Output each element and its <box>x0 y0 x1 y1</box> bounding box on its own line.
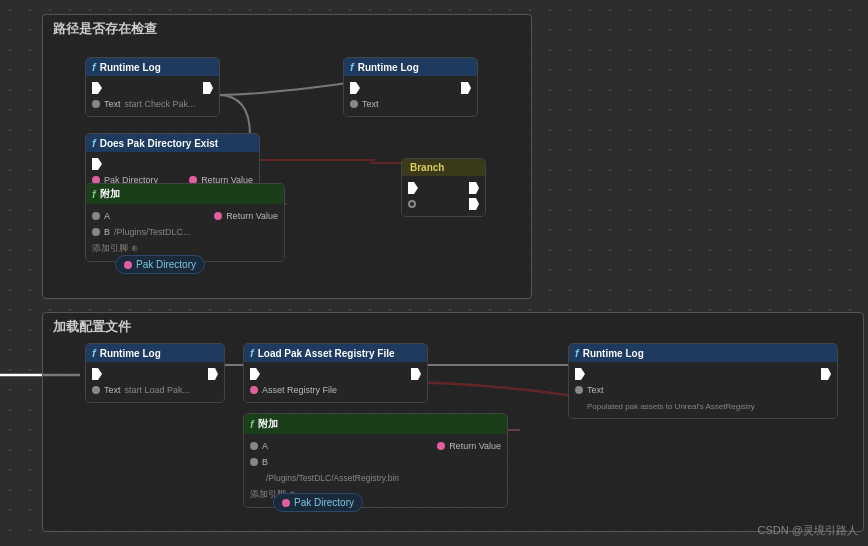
node-lpa-header: f Load Pak Asset Registry File <box>244 344 427 362</box>
branch-exec-in[interactable] <box>408 182 418 194</box>
node-append-2-title: 附加 <box>258 417 278 431</box>
node-append-2-header: f 附加 <box>244 414 507 434</box>
node-runtime-log-2: f Runtime Log Text <box>343 57 478 117</box>
var-pin-2[interactable] <box>282 499 290 507</box>
f-icon-1: f <box>92 61 96 73</box>
node-append-1: f 附加 A Return Value B /Plugins/TestDLC..… <box>85 183 285 262</box>
brl1-exec-in[interactable] <box>92 368 102 380</box>
pin-exec-row-3 <box>86 156 259 172</box>
a-pin[interactable] <box>92 212 100 220</box>
node-append-1-title: 附加 <box>100 187 120 201</box>
branch-header: Branch <box>402 159 485 176</box>
pin-exec-brl2 <box>569 366 837 382</box>
brl1-text-pin[interactable] <box>92 386 100 394</box>
lpa-exec-in[interactable] <box>250 368 260 380</box>
node-runtime-log-1-body: Text start Check Pak... <box>86 76 219 116</box>
branch-false[interactable] <box>469 198 479 210</box>
node-runtime-log-1-header: f Runtime Log <box>86 58 219 76</box>
f-icon-6: f <box>250 347 254 359</box>
brl2-text-pin[interactable] <box>575 386 583 394</box>
node-append-1-header: f 附加 <box>86 184 284 204</box>
node-runtime-log-2-header: f Runtime Log <box>344 58 477 76</box>
node-brl2-title: Runtime Log <box>583 348 644 359</box>
exec-in-pin-3[interactable] <box>92 158 102 170</box>
text-pin-2[interactable] <box>350 100 358 108</box>
node-load-pak-asset: f Load Pak Asset Registry File Asset Reg… <box>243 343 428 403</box>
pin-exec-brl1 <box>86 366 224 382</box>
f-icon-4: f <box>92 188 96 200</box>
f-icon-7: f <box>575 347 579 359</box>
brl1-text-val: start Load Pak... <box>125 385 191 395</box>
exec-out-pin-2[interactable] <box>461 82 471 94</box>
section-load-config: 加载配置文件 f Runtime Log Text start Load Pak… <box>42 312 864 532</box>
blueprint-canvas: 路径是否存在检查 f Runtime Log Text start Check … <box>0 0 868 546</box>
a-label-2: A <box>262 441 268 451</box>
branch-cond-pin[interactable] <box>408 200 416 208</box>
node-lpa-title: Load Pak Asset Registry File <box>258 348 395 359</box>
node-brl1-body: Text start Load Pak... <box>86 362 224 402</box>
pin-b-row: B /Plugins/TestDLC... <box>86 224 284 240</box>
var-pin-1[interactable] <box>124 261 132 269</box>
text-pin[interactable] <box>92 100 100 108</box>
return-pin-2[interactable] <box>437 442 445 450</box>
pin-branch-cond <box>402 196 485 212</box>
a-pin-2[interactable] <box>250 442 258 450</box>
pin-text-brl2-val-row: Populated pak assets to Unreal's AssetRe… <box>569 398 837 414</box>
pin-exec-lpa <box>244 366 427 382</box>
b-pin-2[interactable] <box>250 458 258 466</box>
var-pak-dir-2[interactable]: Pak Directory <box>273 493 363 512</box>
f-icon-5: f <box>92 347 96 359</box>
pin-text-row-2: Text <box>344 96 477 112</box>
pin-a-row: A Return Value <box>86 208 284 224</box>
pin-text-row: Text start Check Pak... <box>86 96 219 112</box>
brl2-exec-out[interactable] <box>821 368 831 380</box>
b-label: B <box>104 227 110 237</box>
pin-text-brl1: Text start Load Pak... <box>86 382 224 398</box>
pin-exec-in-row <box>86 80 219 96</box>
exec-in-pin[interactable] <box>92 82 102 94</box>
branch-true[interactable] <box>469 182 479 194</box>
node-bottom-runtime-log-2: f Runtime Log Text Populated pak assets … <box>568 343 838 419</box>
return-pin-1[interactable] <box>214 212 222 220</box>
a-label: A <box>104 211 110 221</box>
section-path-check: 路径是否存在检查 f Runtime Log Text start Check … <box>42 14 532 299</box>
b-value-2: /Plugins/TestDLC/AssetRegistry.bin <box>266 473 399 483</box>
node-lpa-body: Asset Registry File <box>244 362 427 402</box>
asset-reg-pin[interactable] <box>250 386 258 394</box>
brl1-text-label: Text <box>104 385 121 395</box>
node-does-pak-dir-title: Does Pak Directory Exist <box>100 138 218 149</box>
node-brl1-title: Runtime Log <box>100 348 161 359</box>
b-label-2: B <box>262 457 268 467</box>
pin-exec-row-2 <box>344 80 477 96</box>
f-icon-2: f <box>350 61 354 73</box>
var-pak-dir-1[interactable]: Pak Directory <box>115 255 205 274</box>
var-label-1: Pak Directory <box>136 259 196 270</box>
brl2-text-label: Text <box>587 385 604 395</box>
b-pin[interactable] <box>92 228 100 236</box>
brl2-exec-in[interactable] <box>575 368 585 380</box>
brl1-exec-out[interactable] <box>208 368 218 380</box>
section-path-check-title: 路径是否存在检查 <box>43 15 531 43</box>
node-runtime-log-2-title: Runtime Log <box>358 62 419 73</box>
pin-a-row-2: A Return Value <box>244 438 507 454</box>
var-label-2: Pak Directory <box>294 497 354 508</box>
node-runtime-log-2-body: Text <box>344 76 477 116</box>
pin-b-val-row: /Plugins/TestDLC/AssetRegistry.bin <box>244 470 507 486</box>
node-append-1-body: A Return Value B /Plugins/TestDLC... 添加引… <box>86 204 284 261</box>
asset-reg-label: Asset Registry File <box>262 385 337 395</box>
add-comment-1[interactable]: 添加引脚 ⊕ <box>92 242 138 255</box>
f-icon-3: f <box>92 137 96 149</box>
f-icon-8: f <box>250 418 254 430</box>
pin-b-row-2: B <box>244 454 507 470</box>
node-runtime-log-1-title: Runtime Log <box>100 62 161 73</box>
exec-in-pin-2[interactable] <box>350 82 360 94</box>
b-value: /Plugins/TestDLC... <box>114 227 191 237</box>
lpa-exec-out[interactable] <box>411 368 421 380</box>
text-value: start Check Pak... <box>125 99 196 109</box>
node-branch: Branch <box>401 158 486 217</box>
pin-text-brl2: Text <box>569 382 837 398</box>
node-runtime-log-1: f Runtime Log Text start Check Pak... <box>85 57 220 117</box>
text-label-2: Text <box>362 99 379 109</box>
section-load-config-title: 加载配置文件 <box>43 313 863 341</box>
exec-out-pin[interactable] <box>203 82 213 94</box>
